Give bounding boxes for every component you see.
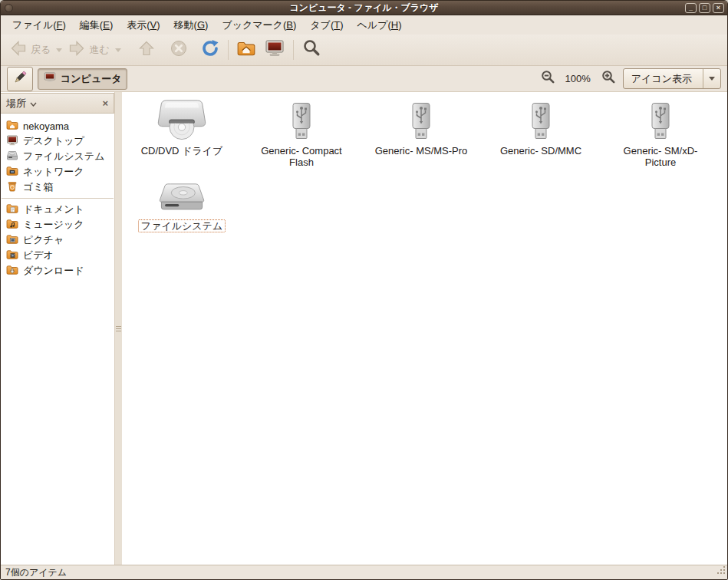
menu-bookmarks[interactable]: ブックマーク(B) (215, 15, 303, 35)
statusbar: 7個のアイテム (1, 565, 727, 579)
minimize-button[interactable]: _ (685, 3, 697, 13)
stop-button[interactable] (166, 36, 192, 64)
reload-button[interactable] (196, 35, 224, 64)
splitter-grip-icon (116, 326, 121, 331)
computer-icon (264, 38, 285, 61)
sidebar-item-pictures[interactable]: ピクチャ (1, 232, 114, 248)
view-mode-label: アイコン表示 (624, 72, 703, 86)
app-body: 場所 × nekoyama デスクトップ ファイルシステム (1, 92, 727, 565)
menubar: ファイル(F) 編集(E) 表示(V) 移動(G) ブックマーク(B) タブ(T… (1, 15, 727, 35)
sidebar-item-label: ピクチャ (23, 233, 64, 247)
computer-button[interactable] (260, 35, 289, 64)
sidebar-item-downloads[interactable]: ダウンロード (1, 263, 114, 278)
device-label: Generic- MS/MS-Pro (372, 144, 471, 157)
up-icon (137, 39, 156, 61)
sidebar-item-videos[interactable]: ビデオ (1, 248, 114, 263)
sidebar-item-trash[interactable]: ゴミ箱 (1, 180, 114, 195)
zoom-out-icon (540, 70, 555, 88)
path-button-computer[interactable]: コンピュータ (38, 68, 127, 90)
chevron-down-icon (30, 97, 37, 109)
sidebar-item-label: ミュージック (23, 218, 84, 232)
forward-button[interactable]: 進む (64, 36, 113, 64)
optical-drive-icon (153, 99, 211, 142)
close-button[interactable]: × (713, 3, 724, 13)
home-button[interactable] (232, 35, 260, 64)
resize-grip[interactable] (716, 565, 726, 578)
menu-go[interactable]: 移動(G) (167, 15, 216, 35)
places-list: nekoyama デスクトップ ファイルシステム ネットワーク ゴミ箱 (1, 115, 114, 282)
usb-drive-icon (286, 99, 317, 142)
forward-icon (68, 39, 86, 61)
sidebar-item-label: nekoyama (23, 120, 69, 132)
sidebar-item-label: デスクトップ (23, 134, 84, 148)
sidebar-item-network[interactable]: ネットワーク (1, 164, 114, 180)
sidebar-item-music[interactable]: ミュージック (1, 217, 114, 232)
forward-label: 進む (89, 43, 109, 57)
menu-file[interactable]: ファイル(F) (5, 15, 73, 35)
chevron-down-icon (56, 48, 62, 52)
sidebar-header-label: 場所 (6, 97, 26, 110)
sidebar-item-label: ドキュメント (23, 203, 84, 216)
hard-disk-icon (6, 150, 18, 164)
sidebar-item-home[interactable]: nekoyama (1, 118, 114, 133)
icon-view: CD/DVD ドライブ Generic- Compact Flash Gener… (122, 92, 727, 565)
zoom-out-button[interactable] (538, 68, 558, 91)
chevron-down-icon (115, 48, 121, 52)
search-button[interactable] (298, 35, 325, 64)
zoom-in-button[interactable] (598, 68, 618, 91)
sidebar-item-label: ビデオ (23, 249, 54, 262)
sidebar-separator (2, 198, 114, 199)
titlebar: コンピュータ - ファイル・ブラウザ _ □ × (1, 1, 727, 15)
menu-edit[interactable]: 編集(E) (73, 15, 120, 35)
music-folder-icon (6, 218, 18, 232)
sidebar-close-button[interactable]: × (102, 98, 108, 108)
maximize-button[interactable]: □ (699, 3, 710, 13)
toolbar: 戻る 進む (1, 35, 727, 66)
device-sm-xd-picture[interactable]: Generic- SM/xD- Picture (601, 99, 720, 174)
up-button[interactable] (133, 36, 160, 64)
home-folder-icon (6, 119, 18, 133)
device-cd-dvd-drive[interactable]: CD/DVD ドライブ (122, 99, 242, 174)
back-history-dropdown[interactable] (54, 45, 64, 55)
usb-drive-icon (406, 99, 436, 142)
downloads-folder-icon (6, 264, 18, 278)
item-count: 7個のアイテム (5, 566, 67, 579)
device-grid: CD/DVD ドライブ Generic- Compact Flash Gener… (122, 92, 727, 249)
home-icon (236, 38, 256, 61)
device-filesystem[interactable]: ファイルシステム (122, 174, 242, 249)
videos-folder-icon (6, 249, 18, 263)
device-label: ファイルシステム (138, 219, 226, 232)
device-label: Generic- SM/xD- Picture (621, 144, 701, 169)
sidebar-item-documents[interactable]: ドキュメント (1, 202, 114, 217)
edit-location-button[interactable] (7, 67, 33, 91)
chevron-down-icon (703, 77, 720, 81)
device-compact-flash[interactable]: Generic- Compact Flash (242, 99, 361, 174)
menu-tabs[interactable]: タブ(T) (303, 15, 350, 35)
back-button[interactable]: 戻る (5, 36, 54, 64)
device-label: CD/DVD ドライブ (138, 144, 226, 157)
view-mode-select[interactable]: アイコン表示 (623, 68, 721, 89)
device-ms-ms-pro[interactable]: Generic- MS/MS-Pro (361, 99, 481, 174)
sidebar-item-label: ゴミ箱 (23, 180, 54, 194)
zoom-level: 100% (562, 73, 594, 84)
usb-drive-icon (645, 99, 676, 142)
menu-view[interactable]: 表示(V) (120, 15, 166, 35)
sidebar-item-desktop[interactable]: デスクトップ (1, 133, 114, 149)
toolbar-separator (228, 40, 229, 60)
usb-drive-icon (525, 99, 556, 142)
sidebar-item-label: ダウンロード (23, 264, 84, 278)
sidebar-splitter[interactable] (115, 92, 122, 565)
documents-folder-icon (6, 203, 18, 217)
device-label: Generic- Compact Flash (258, 144, 344, 169)
sidebar-header[interactable]: 場所 × (1, 93, 114, 114)
back-label: 戻る (31, 43, 51, 57)
computer-icon (43, 71, 57, 87)
sidebar-item-filesystem[interactable]: ファイルシステム (1, 149, 114, 164)
menu-help[interactable]: ヘルプ(H) (351, 15, 409, 35)
pictures-folder-icon (6, 233, 18, 248)
network-folder-icon (6, 165, 18, 180)
hard-drive-icon (156, 174, 207, 217)
location-bar: コンピュータ 100% アイコン表示 (1, 66, 727, 92)
forward-history-dropdown[interactable] (114, 45, 123, 55)
device-sd-mmc[interactable]: Generic- SD/MMC (481, 99, 601, 174)
